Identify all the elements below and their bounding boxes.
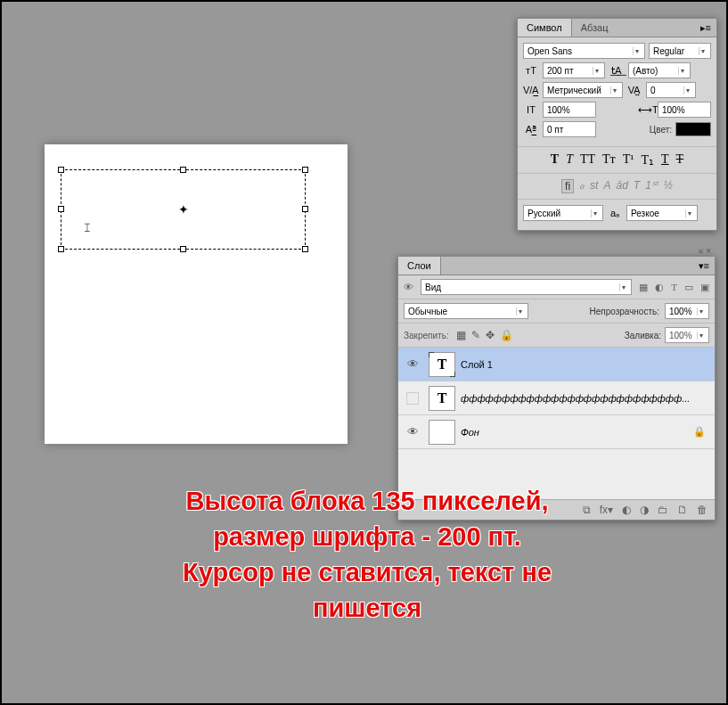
handle-bot-mid[interactable] [180, 246, 186, 252]
tab-symbol[interactable]: Символ [518, 19, 572, 37]
handle-mid-left[interactable] [58, 206, 64, 212]
handle-bot-left[interactable] [58, 246, 64, 252]
lock-transparency-icon[interactable]: ▦ [456, 329, 466, 341]
ot-ordinal[interactable]: 1ˢᵗ [645, 179, 658, 193]
new-group-icon[interactable]: 🗀 [658, 504, 668, 516]
filter-smart-icon[interactable]: ▣ [700, 282, 709, 293]
baseline-input[interactable]: 0 пт [543, 121, 596, 137]
lock-pixels-icon[interactable]: ✎ [471, 329, 480, 341]
filter-type-icon[interactable]: T [671, 282, 677, 292]
filter-adjust-icon[interactable]: ◐ [655, 282, 664, 293]
layer-item[interactable]: T ффффффффффффффффффффффффффф... [398, 381, 715, 415]
layers-menu-button[interactable]: ▾≡ [693, 260, 715, 272]
document-canvas[interactable]: ✦ 𝙸 [45, 144, 348, 444]
color-label: Цвет: [650, 125, 672, 135]
tracking-input[interactable]: 0▾ [646, 82, 696, 98]
style-allcaps[interactable]: TT [580, 152, 595, 168]
blend-mode-select[interactable]: Обычные▾ [404, 303, 528, 319]
lock-all-icon[interactable]: 🔒 [500, 329, 513, 341]
lock-icon: 🔒 [693, 426, 711, 438]
layer-thumbnail[interactable]: T [429, 352, 455, 377]
text-selection-box[interactable]: ✦ 𝙸 [61, 169, 306, 250]
panel-collapse-icon[interactable]: « × [699, 246, 711, 256]
handle-top-right[interactable] [302, 167, 308, 173]
layer-name[interactable]: ффффффффффффффффффффффффффф... [461, 393, 711, 404]
kerning-select[interactable]: Метрический▾ [543, 82, 623, 98]
font-size-icon: тT [523, 65, 539, 76]
ot-ligature[interactable]: fi [561, 179, 574, 193]
filter-shape-icon[interactable]: ▭ [684, 282, 693, 293]
antialias-select[interactable]: Резкое▾ [626, 205, 698, 221]
ot-stylistic[interactable]: ād [616, 179, 627, 193]
layer-item[interactable]: 👁 Фон 🔒 [398, 415, 715, 449]
layer-name[interactable]: Слой 1 [461, 359, 711, 370]
leading-icon: t͟A͟ [609, 65, 625, 77]
handle-top-left[interactable] [58, 167, 64, 173]
font-family-select[interactable]: Open Sans▾ [523, 43, 645, 59]
layer-thumbnail[interactable]: T [429, 386, 455, 411]
text-color-swatch[interactable] [675, 122, 711, 136]
font-style-select[interactable]: Regular▾ [649, 43, 711, 59]
style-italic[interactable]: T [566, 152, 573, 168]
opacity-input[interactable]: 100%▾ [665, 303, 709, 319]
style-bold[interactable]: T [551, 152, 559, 168]
style-smallcaps[interactable]: Tт [602, 152, 616, 168]
ot-discretionary[interactable]: st [590, 179, 598, 193]
ot-titling[interactable]: A [603, 179, 610, 193]
panel-menu-button[interactable]: ▸≡ [695, 22, 716, 34]
antialias-icon: aₐ [607, 208, 623, 219]
handle-bot-right[interactable] [302, 246, 308, 252]
lock-label: Закрепить: [404, 331, 449, 340]
annotation-text: Высота блока 135 пикселей, размер шрифта… [82, 483, 652, 626]
ot-swash[interactable]: ℴ [579, 179, 585, 193]
ot-contextual[interactable]: T [634, 179, 640, 193]
ot-fraction[interactable]: ½ [664, 179, 673, 193]
kerning-icon: V/A̲ [523, 85, 539, 96]
filter-type-select[interactable]: Вид▾ [421, 279, 632, 295]
layers-panel: « × Слои ▾≡ 👁 Вид▾ ▦ ◐ T ▭ ▣ Обычные▾ Не… [397, 256, 716, 521]
new-layer-icon[interactable]: 🗋 [677, 504, 688, 516]
filter-pixel-icon[interactable]: ▦ [639, 282, 648, 293]
handle-mid-right[interactable] [302, 206, 308, 212]
vscale-icon: IT [523, 104, 539, 115]
layer-item[interactable]: 👁 T Слой 1 [398, 348, 715, 381]
tab-paragraph[interactable]: Абзац [572, 19, 618, 37]
visibility-toggle[interactable]: 👁 [402, 425, 423, 439]
font-size-input[interactable]: 200 пт▾ [543, 62, 605, 78]
visibility-toggle[interactable]: 👁 [402, 357, 423, 371]
style-superscript[interactable]: T¹ [623, 152, 634, 168]
hscale-input[interactable]: 100% [658, 102, 711, 118]
delete-layer-icon[interactable]: 🗑 [697, 504, 708, 516]
character-panel: Символ Абзац ▸≡ Open Sans▾ Regular▾ тT 2… [517, 18, 717, 231]
layer-thumbnail[interactable] [429, 420, 455, 445]
fill-label: Заливка: [625, 331, 661, 340]
hscale-icon: ⟷T [638, 104, 654, 116]
style-strike[interactable]: T [676, 152, 684, 168]
transform-center-icon: ✦ [178, 202, 189, 217]
style-subscript[interactable]: T₁ [641, 152, 654, 168]
fill-input[interactable]: 100%▾ [665, 327, 709, 343]
language-select[interactable]: Русский▾ [523, 205, 603, 221]
style-underline[interactable]: T [661, 152, 669, 168]
layer-list: 👁 T Слой 1 T ффффффффффффффффффффффффффф… [398, 348, 715, 499]
opacity-label: Непрозрачность: [589, 307, 659, 316]
handle-top-mid[interactable] [180, 167, 186, 173]
leading-input[interactable]: (Авто)▾ [628, 62, 691, 78]
lock-position-icon[interactable]: ✥ [486, 329, 495, 341]
text-cursor-icon: 𝙸 [83, 220, 92, 235]
tracking-icon: VA͍ [626, 85, 642, 96]
baseline-icon: Aª̲ [523, 124, 539, 135]
filter-eye-icon[interactable]: 👁 [404, 282, 413, 292]
layer-name[interactable]: Фон [461, 427, 688, 438]
visibility-toggle[interactable] [406, 392, 419, 405]
tab-layers[interactable]: Слои [398, 257, 441, 275]
vscale-input[interactable]: 100% [543, 102, 596, 118]
